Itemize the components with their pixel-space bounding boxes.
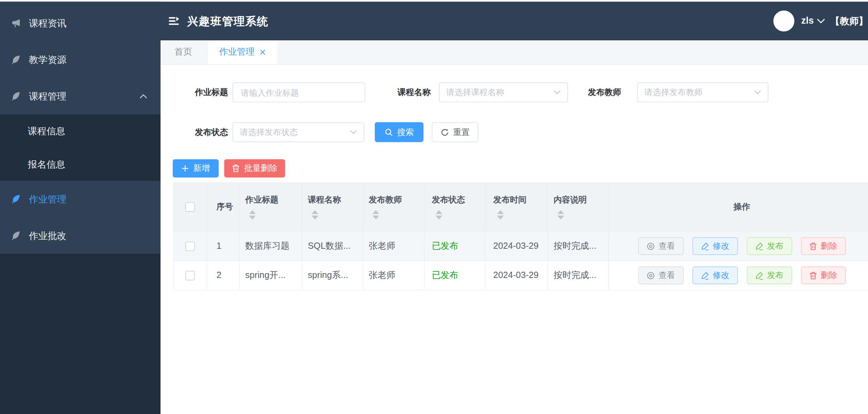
- trash-icon: [809, 271, 817, 280]
- column-header-course[interactable]: 课程名称: [308, 194, 341, 220]
- sort-carets-icon[interactable]: [372, 210, 380, 220]
- filter-label-publish-status: 发布状态: [188, 122, 228, 142]
- cell-time: 2024-03-29: [493, 241, 538, 251]
- row-checkbox[interactable]: [185, 271, 195, 280]
- username: zls: [801, 16, 814, 27]
- view-button[interactable]: 查看: [638, 266, 683, 284]
- column-header-status[interactable]: 发布状态: [432, 194, 465, 220]
- column-header-desc[interactable]: 内容说明: [553, 194, 587, 220]
- publish-teacher-select[interactable]: 请选择发布教师: [637, 82, 768, 102]
- reset-button-label: 重置: [453, 127, 470, 137]
- sidebar-subitem-course-info[interactable]: 课程信息: [0, 114, 161, 148]
- search-button[interactable]: 搜索: [375, 122, 424, 142]
- view-button-label: 查看: [658, 241, 675, 251]
- header-user-area[interactable]: zls 【教师】: [774, 10, 868, 31]
- column-header-time[interactable]: 发布时间: [493, 194, 526, 220]
- chevron-down-icon: [816, 18, 825, 24]
- avatar[interactable]: [774, 10, 795, 31]
- edit-button[interactable]: 修改: [692, 237, 737, 255]
- edit-button[interactable]: 修改: [692, 266, 737, 284]
- sort-carets-icon[interactable]: [249, 210, 256, 220]
- sort-carets-icon[interactable]: [497, 210, 504, 220]
- trash-icon: [232, 164, 240, 173]
- chevron-down-icon: [350, 130, 357, 134]
- sidebar-item-label: 教学资源: [29, 53, 67, 66]
- sort-carets-icon[interactable]: [557, 210, 565, 220]
- select-placeholder: 请选择发布教师: [644, 87, 751, 97]
- cell-desc: 按时完成...: [553, 270, 596, 281]
- homework-title-input[interactable]: [233, 82, 365, 102]
- filter-label-homework-title: 作业标题: [188, 82, 228, 102]
- select-placeholder: 请选择课程名称: [446, 87, 550, 97]
- status-badge: 已发布: [432, 270, 458, 281]
- search-icon: [385, 128, 393, 136]
- chevron-up-icon: [140, 94, 147, 98]
- sidebar-item-course-management[interactable]: 课程管理: [0, 78, 161, 114]
- tab-label: 作业管理: [219, 47, 255, 58]
- tab-label: 首页: [175, 47, 192, 58]
- select-placeholder: 请选择发布状态: [240, 127, 347, 137]
- trash-icon: [809, 242, 817, 250]
- batch-delete-button[interactable]: 批量删除: [224, 159, 285, 177]
- column-header-teacher[interactable]: 发布教师: [369, 194, 402, 220]
- leaf-icon: [11, 194, 21, 204]
- sidebar-submenu: 课程信息 报名信息: [0, 114, 161, 181]
- cell-course: spring系...: [308, 270, 348, 281]
- column-header-title[interactable]: 作业标题: [245, 194, 278, 220]
- sidebar-item-label: 课程资讯: [29, 17, 67, 30]
- select-all-checkbox[interactable]: [185, 202, 195, 212]
- add-button-label: 新增: [193, 163, 210, 174]
- sidebar-subitem-label: 报名信息: [28, 158, 65, 171]
- megaphone-icon: [11, 18, 21, 28]
- delete-button[interactable]: 删除: [801, 237, 846, 255]
- sidebar-subitem-enrollment-info[interactable]: 报名信息: [0, 148, 161, 181]
- tab-home[interactable]: 首页: [161, 40, 206, 64]
- table-row[interactable]: 2 spring开... spring系... 张老师 已发布 2024-03-…: [174, 261, 868, 290]
- sidebar-item-homework-management[interactable]: 作业管理: [0, 181, 161, 217]
- pen-icon: [755, 271, 763, 280]
- publish-button[interactable]: 发布: [746, 266, 792, 284]
- close-icon[interactable]: [259, 49, 265, 55]
- column-header-index: 序号: [216, 202, 233, 212]
- homework-table: 序号 作业标题 课程名称 发布教师: [173, 182, 868, 290]
- edit-button-label: 修改: [713, 270, 729, 280]
- eye-icon: [646, 271, 654, 280]
- delete-button-label: 删除: [821, 241, 837, 251]
- sidebar: 课程资讯 教学资源 课程管理: [0, 2, 161, 414]
- cell-teacher: 张老师: [369, 240, 395, 252]
- add-button[interactable]: 新增: [173, 159, 219, 177]
- publish-button-label: 发布: [767, 270, 784, 280]
- course-name-select[interactable]: 请选择课程名称: [439, 82, 568, 102]
- filter-label-course-name: 课程名称: [389, 82, 431, 102]
- cell-index: 2: [216, 270, 221, 280]
- row-checkbox[interactable]: [185, 241, 195, 251]
- view-button[interactable]: 查看: [638, 237, 683, 255]
- edit-button-label: 修改: [713, 241, 729, 251]
- reset-button[interactable]: 重置: [432, 122, 479, 142]
- sidebar-item-course-news[interactable]: 课程资讯: [0, 5, 161, 41]
- chevron-down-icon: [754, 90, 761, 95]
- hamburger-icon[interactable]: [168, 15, 180, 27]
- sidebar-item-teaching-resources[interactable]: 教学资源: [0, 41, 161, 78]
- pen-icon: [700, 242, 709, 250]
- pen-icon: [755, 242, 763, 250]
- publish-status-select[interactable]: 请选择发布状态: [233, 122, 364, 142]
- homework-title-input-field[interactable]: [240, 87, 358, 97]
- cell-teacher: 张老师: [369, 270, 395, 281]
- sort-carets-icon[interactable]: [435, 210, 443, 220]
- view-button-label: 查看: [658, 270, 675, 280]
- sidebar-item-homework-grading[interactable]: 作业批改: [0, 217, 161, 254]
- publish-button[interactable]: 发布: [746, 237, 792, 255]
- delete-button[interactable]: 删除: [801, 266, 846, 284]
- top-header: 兴趣班管理系统 zls 【教师】: [161, 2, 868, 40]
- tags-view-bar: 首页 作业管理: [161, 40, 868, 65]
- sidebar-item-label: 课程管理: [29, 90, 67, 103]
- cell-time: 2024-03-29: [493, 270, 538, 280]
- batch-delete-button-label: 批量删除: [244, 163, 277, 174]
- table-row[interactable]: 1 数据库习题 SQL数据... 张老师 已发布 2024-03-29 按时完成…: [174, 231, 868, 260]
- sort-carets-icon[interactable]: [311, 210, 319, 220]
- sidebar-subitem-label: 课程信息: [28, 125, 65, 137]
- sidebar-menu-padding: [0, 2, 161, 5]
- refresh-icon: [440, 128, 449, 136]
- tab-homework-management[interactable]: 作业管理: [208, 40, 277, 64]
